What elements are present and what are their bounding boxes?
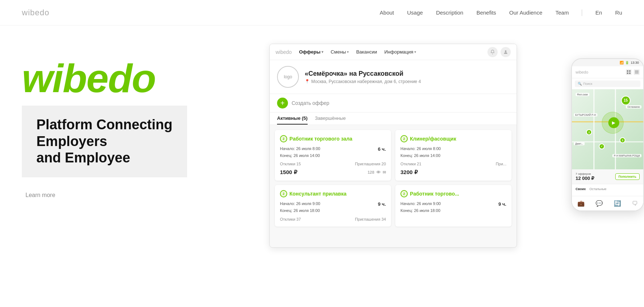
map-pin-green[interactable]: ✓ bbox=[599, 143, 605, 149]
panel-tab-own[interactable]: Своих bbox=[576, 187, 586, 191]
nav-team[interactable]: Team bbox=[556, 9, 569, 16]
mobile-header: wibedo bbox=[572, 66, 643, 78]
map-pin-3[interactable]: 3 bbox=[620, 137, 625, 143]
create-offer-row[interactable]: + Создать оффер bbox=[270, 94, 517, 113]
svg-rect-8 bbox=[635, 73, 639, 74]
nav-benefits[interactable]: Benefits bbox=[477, 9, 496, 16]
offer-card-1[interactable]: 2 Работник торгового зала Начало: 26 июл… bbox=[275, 130, 391, 181]
offer-dates-4: Начало: 26 июля 9:00 Конец: 26 июля 18:0… bbox=[400, 200, 506, 214]
company-address: Москва, Руссаковская набережная, дом 6, … bbox=[305, 79, 421, 84]
hero-right: wibedo Офферы ▾ Смены ▾ Вакансии Информа… bbox=[269, 44, 622, 248]
hero-subtitle: Platform Connecting Employers and Employ… bbox=[36, 117, 173, 166]
app-nav-logo: wibedo bbox=[276, 49, 292, 55]
chevron-down-icon: ▾ bbox=[347, 50, 349, 54]
mobile-topup-button[interactable]: Пополнить bbox=[615, 173, 640, 180]
comment-icon[interactable]: 🗨 bbox=[632, 200, 638, 207]
map-pin-15[interactable]: 15 bbox=[621, 96, 631, 105]
offers-grid: 2 Работник торгового зала Начало: 26 июл… bbox=[270, 125, 517, 232]
offer-card-3[interactable]: 2 Консультант прилавка Начало: 26 июля 9… bbox=[275, 185, 391, 226]
grid-icon[interactable] bbox=[626, 69, 632, 75]
refresh-icon[interactable]: 🔄 bbox=[614, 200, 621, 207]
hero-section: wibedo Platform Connecting Employers and… bbox=[0, 25, 644, 307]
nav-audience[interactable]: Our Audience bbox=[509, 9, 542, 16]
tab-completed[interactable]: Завершённые bbox=[315, 115, 346, 125]
offer-title-2: 2 Клинер/фасовщик bbox=[400, 135, 506, 142]
list-icon[interactable] bbox=[634, 69, 640, 75]
chat-icon[interactable]: 💬 bbox=[596, 200, 603, 207]
learn-more-link[interactable]: Learn more bbox=[25, 192, 255, 198]
panel-tab-others[interactable]: Остальные bbox=[589, 187, 607, 191]
briefcase-icon[interactable]: 💼 bbox=[577, 200, 585, 207]
mobile-logo: wibedo bbox=[576, 70, 588, 74]
map-pin-2[interactable]: 2 bbox=[586, 129, 592, 135]
svg-rect-4 bbox=[627, 72, 628, 74]
svg-rect-7 bbox=[635, 72, 639, 73]
nav-lang-en[interactable]: En bbox=[595, 9, 602, 16]
hero-left: wibedo Platform Connecting Employers and… bbox=[22, 47, 255, 198]
svg-point-1 bbox=[505, 50, 507, 52]
app-desktop-mockup: wibedo Офферы ▾ Смены ▾ Вакансии Информа… bbox=[269, 44, 517, 248]
offer-card-4[interactable]: 2 Работник торгово... Начало: 26 июля 9:… bbox=[395, 185, 511, 226]
user-avatar-icon[interactable] bbox=[501, 47, 511, 57]
mobile-search[interactable]: 🔍 Поиск bbox=[575, 80, 640, 87]
mobile-balance-bar: 7 офферов 12 000 ₽ Пополнить bbox=[572, 169, 643, 184]
offer-icon-4: 2 bbox=[400, 190, 408, 197]
chevron-down-icon: ▾ bbox=[321, 50, 323, 54]
hero-brand-logo: wibedo bbox=[22, 58, 255, 98]
subtitle-line1: Platform Connecting bbox=[36, 117, 173, 132]
create-offer-label: Создать оффер bbox=[292, 100, 329, 106]
map-label-5: Р-Н МАРЬИНА РОЩА bbox=[612, 154, 641, 157]
eye-icon: 👁 bbox=[376, 170, 380, 174]
offer-title-3: 2 Консультант прилавка bbox=[280, 190, 386, 197]
nav-about[interactable]: About bbox=[380, 9, 394, 16]
mobile-mockup: 📶 🔋 13:30 wibedo 🔍 Поиск bbox=[571, 58, 644, 211]
map-play-button[interactable]: ▶ bbox=[608, 117, 619, 128]
offer-stats-2: Отклики 21 При... bbox=[400, 162, 506, 166]
svg-rect-5 bbox=[629, 72, 631, 74]
hero-subtitle-background: Platform Connecting Employers and Employ… bbox=[22, 106, 187, 177]
app-nav-info[interactable]: Информация ▾ bbox=[384, 49, 416, 55]
nav-usage[interactable]: Usage bbox=[407, 9, 423, 16]
mobile-status-bar: 📶 🔋 13:30 bbox=[572, 59, 643, 66]
road-v1 bbox=[593, 89, 594, 169]
nav-divider bbox=[582, 9, 582, 16]
map-label-2: БУТЫРСКИЙ Р-Н bbox=[574, 113, 597, 117]
svg-rect-2 bbox=[627, 70, 628, 72]
offer-icon-2: 2 bbox=[400, 135, 408, 142]
svg-rect-6 bbox=[635, 71, 639, 71]
header-nav: About Usage Description Benefits Our Aud… bbox=[380, 9, 622, 16]
offer-dates-3: Начало: 26 июля 9:00 Конец: 26 июля 18:0… bbox=[280, 200, 386, 214]
app-nav-vacancies[interactable]: Вакансии bbox=[356, 49, 377, 55]
mobile-balance-label: 7 офферов bbox=[576, 172, 594, 176]
subtitle-line2: Employers bbox=[36, 134, 107, 149]
map-label-3: Останкино bbox=[626, 105, 641, 109]
nav-lang-ru[interactable]: Ru bbox=[615, 9, 622, 16]
company-logo: logo bbox=[277, 66, 299, 88]
app-nav-shifts[interactable]: Смены ▾ bbox=[331, 49, 349, 55]
mobile-balance-amount: 12 000 ₽ bbox=[576, 176, 594, 181]
notification-icon[interactable] bbox=[487, 47, 498, 57]
app-nav-offers[interactable]: Офферы ▾ bbox=[299, 49, 323, 55]
app-nav: wibedo Офферы ▾ Смены ▾ Вакансии Информа… bbox=[270, 44, 517, 60]
app-nav-icons bbox=[487, 47, 511, 57]
company-logo-text: logo bbox=[284, 74, 292, 79]
offer-stats-1: Отклики 15 Приглашения 20 bbox=[280, 162, 386, 166]
company-header: logo «Семёрочка» на Руссаковской Москва,… bbox=[270, 60, 517, 94]
offer-dates-1: Начало: 26 июля 8:00 Конец: 26 июля 14:0… bbox=[280, 145, 386, 159]
offer-title-4: 2 Работник торгово... bbox=[400, 190, 506, 197]
company-info: «Семёрочка» на Руссаковской Москва, Русс… bbox=[305, 70, 421, 84]
nav-description[interactable]: Description bbox=[436, 9, 463, 16]
offer-card-2[interactable]: 2 Клинер/фасовщик Начало: 26 июля 8:00 К… bbox=[395, 130, 511, 181]
offer-price-1: 1500 ₽ 128 👁 ✉ bbox=[280, 169, 386, 176]
svg-rect-3 bbox=[629, 70, 631, 72]
create-offer-button[interactable]: + bbox=[277, 98, 288, 109]
app-tabs: Активные (5) Завершённые bbox=[270, 113, 517, 125]
tab-active[interactable]: Активные (5) bbox=[277, 115, 308, 125]
offer-icon-1: 2 bbox=[280, 135, 287, 142]
offer-title-1: 2 Работник торгового зала bbox=[280, 135, 386, 142]
header-logo: wibedo bbox=[22, 8, 50, 17]
mobile-map: Фил.ская БУТЫРСКИЙ Р-Н Останкино Дмит...… bbox=[572, 89, 643, 169]
map-label-1: Фил.ская bbox=[576, 93, 589, 96]
mail-icon: ✉ bbox=[383, 170, 386, 175]
offer-stats-3: Отклики 37 Приглашения 34 bbox=[280, 217, 386, 221]
